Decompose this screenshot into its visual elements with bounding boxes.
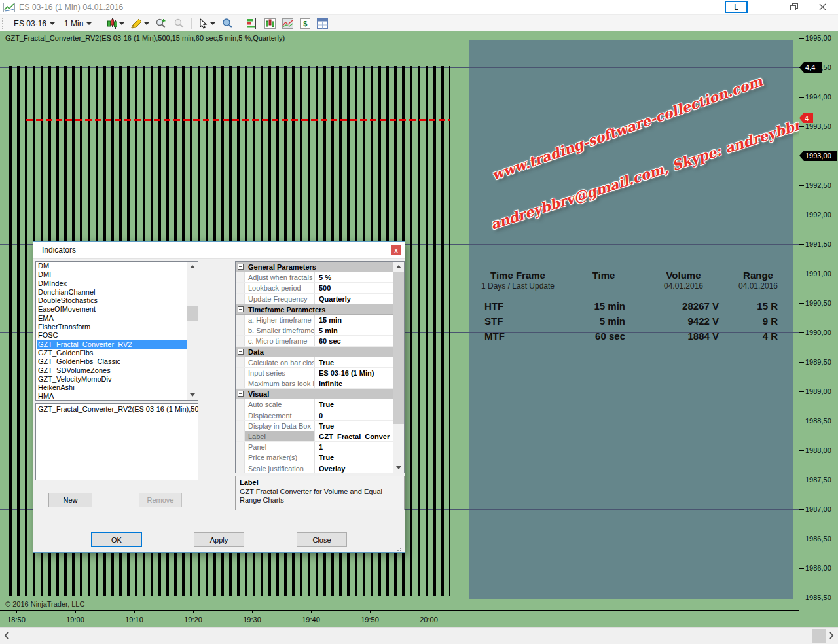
property-grid-row[interactable]: Visual <box>236 389 393 399</box>
collapse-icon[interactable] <box>238 349 244 355</box>
property-grid-row[interactable]: Timeframe Parameters <box>236 304 393 315</box>
scrollbar-thumb[interactable] <box>393 272 404 424</box>
market-analyzer-button[interactable] <box>244 17 261 30</box>
property-value[interactable]: 5 % <box>314 272 393 282</box>
chart-trader-button[interactable] <box>261 17 279 30</box>
account-data-button[interactable]: $ <box>297 17 314 30</box>
property-grid-row[interactable]: Maximum bars look l Infinite <box>236 378 393 389</box>
property-value[interactable]: Overlay <box>314 463 393 473</box>
dialog-titlebar[interactable]: Indicators x <box>33 241 405 259</box>
property-grid-row[interactable]: General Parameters <box>236 262 393 272</box>
toolbar-grip[interactable] <box>2 18 5 29</box>
property-value[interactable]: 5 min <box>314 325 393 335</box>
property-grid-row[interactable]: c. Micro timeframe 60 sec <box>236 336 393 346</box>
property-grid-row[interactable]: Auto scale True <box>236 399 393 410</box>
indicator-list-item[interactable]: FisherTransform <box>37 323 187 331</box>
apply-button[interactable]: Apply <box>194 532 244 547</box>
scroll-up-button[interactable] <box>187 262 198 272</box>
indicator-list-item[interactable]: DoubleStochastics <box>37 296 187 305</box>
period-selector[interactable]: 1 Min <box>60 18 96 29</box>
new-button[interactable]: New <box>48 493 92 507</box>
property-grid-row[interactable]: Price marker(s) True <box>236 452 393 463</box>
indicator-list-item[interactable]: DMI <box>37 270 187 279</box>
zoom-in-button[interactable] <box>153 16 170 30</box>
link-button[interactable]: L <box>725 1 748 13</box>
property-value[interactable]: 1 <box>314 442 393 452</box>
scroll-left-icon[interactable] <box>4 631 9 640</box>
property-grid-row[interactable]: Calculate on bar clos True <box>236 357 393 368</box>
property-grid-row[interactable]: b. Smaller timeframe 5 min <box>236 325 393 336</box>
indicator-list-item[interactable]: GZT_VelocityMomoDiv <box>37 375 187 384</box>
property-grid-row[interactable]: Display in Data Box True <box>236 421 393 431</box>
zoom-out-button[interactable] <box>170 16 188 30</box>
instrument-selector[interactable]: ES 03-16 <box>9 18 60 29</box>
collapse-icon[interactable] <box>238 391 244 397</box>
indicator-list-item[interactable]: GZT_SDVolumeZones <box>37 367 187 375</box>
configured-indicators-box[interactable]: GZT_Fractal_Converter_RV2(ES 03-16 (1 Mi… <box>35 403 198 480</box>
indicator-list-item[interactable]: GZT_GoldenFibs_Classic <box>37 357 187 366</box>
property-value[interactable]: ES 03-16 (1 Min) <box>314 368 393 378</box>
indicator-list-item[interactable]: HMA <box>37 392 187 401</box>
list-scrollbar[interactable] <box>187 262 198 400</box>
ok-button[interactable]: OK <box>91 532 142 547</box>
indicator-list-item[interactable]: FOSC <box>37 331 187 340</box>
property-grid-row[interactable]: Input series ES 03-16 (1 Min) <box>236 368 393 378</box>
property-grid-row[interactable]: Label GZT_Fractal_Conver <box>236 431 393 442</box>
indicator-listbox[interactable]: DMDMIDMIndexDonchianChannelDoubleStochas… <box>35 261 198 401</box>
property-grid-row[interactable]: Scale justification Overlay <box>236 463 393 473</box>
indicator-list-item[interactable]: DM <box>37 262 187 270</box>
property-value[interactable]: True <box>314 421 393 431</box>
property-value[interactable]: True <box>314 399 393 409</box>
property-grid-row[interactable]: Adjust when fractals 5 % <box>236 272 393 283</box>
drawing-tools-button[interactable] <box>128 17 153 30</box>
restore-button[interactable] <box>782 1 805 13</box>
property-grid[interactable]: General Parameters Adjust when fractals … <box>235 261 405 473</box>
scroll-down-button[interactable] <box>393 463 404 473</box>
close-button[interactable] <box>811 1 834 13</box>
indicator-list-item[interactable]: HeikenAshi <box>37 384 187 392</box>
triangle-down-icon <box>396 466 401 469</box>
property-value[interactable]: GZT_Fractal_Conver <box>314 431 393 441</box>
close-dialog-button[interactable]: Close <box>297 532 347 547</box>
property-value[interactable]: True <box>314 452 393 462</box>
resize-grip[interactable] <box>397 545 403 551</box>
price-axis[interactable]: 1995,00 1994,50 1994,00 1993,50 <box>799 31 838 610</box>
property-value[interactable]: Infinite <box>314 378 393 388</box>
scrollbar-thumb[interactable] <box>812 629 826 643</box>
property-value[interactable]: 15 min <box>314 315 393 325</box>
property-grid-row[interactable]: a. Higher timeframe 15 min <box>236 315 393 325</box>
property-grid-row[interactable]: Displacement 0 <box>236 410 393 421</box>
property-value[interactable]: 500 <box>314 283 393 293</box>
indicator-name: HMA <box>38 392 54 400</box>
property-value[interactable]: True <box>314 357 393 367</box>
minimize-button[interactable] <box>754 1 776 13</box>
chart-overlay-button[interactable] <box>279 17 297 30</box>
time-axis[interactable]: 18:50 19:00 19:10 19:20 <box>0 610 838 627</box>
collapse-icon[interactable] <box>238 264 244 270</box>
scroll-down-button[interactable] <box>187 390 198 400</box>
property-grid-row[interactable]: Panel 1 <box>236 442 393 452</box>
property-value[interactable]: Quarterly <box>314 294 393 304</box>
indicator-list-item[interactable]: GZT_Fractal_Converter_RV2 <box>37 340 187 349</box>
property-grid-row[interactable]: Data <box>236 347 393 357</box>
cursor-mode-button[interactable] <box>195 17 219 30</box>
scrollbar-thumb[interactable] <box>187 306 198 321</box>
property-grid-row[interactable]: Lookback period 500 <box>236 283 393 293</box>
property-value[interactable]: 60 sec <box>314 336 393 346</box>
dialog-close-button[interactable]: x <box>391 245 401 255</box>
indicator-list-item[interactable]: DMIndex <box>37 279 187 288</box>
property-value[interactable]: 0 <box>314 410 393 420</box>
indicator-list-item[interactable]: DonchianChannel <box>37 288 187 296</box>
property-grid-row[interactable]: Update Frequency Quarterly <box>236 294 393 304</box>
data-box-button[interactable] <box>219 16 236 30</box>
panel-properties-button[interactable] <box>314 17 331 30</box>
horizontal-scrollbar[interactable] <box>0 627 838 644</box>
scroll-right-icon[interactable] <box>829 631 834 640</box>
grid-scrollbar[interactable] <box>393 262 404 473</box>
indicator-list-item[interactable]: EaseOfMovement <box>37 305 187 313</box>
collapse-icon[interactable] <box>238 306 244 312</box>
scroll-up-button[interactable] <box>393 262 404 272</box>
indicator-list-item[interactable]: EMA <box>37 314 187 323</box>
indicator-list-item[interactable]: GZT_GoldenFibs <box>37 349 187 357</box>
bar-type-button[interactable] <box>103 17 128 30</box>
